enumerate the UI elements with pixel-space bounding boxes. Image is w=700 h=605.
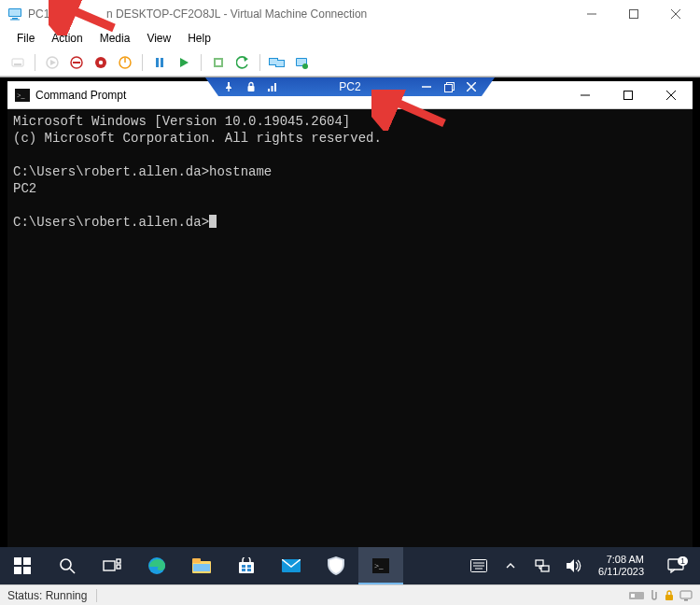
svg-rect-64 [247, 569, 251, 571]
nic-status-icon [629, 590, 644, 601]
clock-time: 7:08 AM [598, 554, 644, 566]
mail-icon[interactable] [269, 547, 314, 584]
svg-rect-47 [14, 557, 21, 565]
svg-line-52 [70, 569, 75, 573]
network-icon[interactable] [531, 547, 553, 584]
menu-media[interactable]: Media [92, 30, 138, 47]
signal-icon [267, 80, 280, 93]
shutdown-icon[interactable] [91, 52, 111, 73]
svg-rect-55 [117, 565, 120, 569]
svg-rect-80 [665, 595, 673, 600]
cmd-minimize-button[interactable] [564, 81, 607, 109]
minimize-button[interactable] [570, 0, 612, 28]
lock-status-icon [665, 590, 674, 601]
svg-rect-26 [270, 59, 277, 64]
vm-titlebar[interactable]: PC1 n DESKTOP-CF2O8JL - Virtual Machine … [0, 0, 700, 28]
svg-rect-2 [12, 18, 18, 20]
system-tray: 7:08 AM 6/11/2023 1 [468, 547, 700, 584]
vm-connection-window: PC1 n DESKTOP-CF2O8JL - Virtual Machine … [0, 0, 700, 605]
cmd-output[interactable]: Microsoft Windows [Version 10.0.19045.26… [7, 109, 693, 567]
hyperv-monitor-icon [7, 7, 22, 21]
explorer-icon[interactable] [179, 547, 224, 584]
cmd-close-button[interactable] [650, 81, 693, 109]
connection-label: PC2 [293, 80, 407, 93]
cursor [209, 215, 217, 228]
cmd-title-text: Command Prompt [35, 89, 126, 102]
svg-rect-50 [23, 567, 31, 574]
save-icon[interactable] [115, 52, 135, 73]
search-icon[interactable] [45, 547, 90, 584]
vm-toolbar [0, 49, 700, 77]
vm-menubar: File Action Media View Help [0, 28, 700, 49]
checkpoint-icon[interactable] [208, 52, 229, 73]
svg-rect-18 [156, 58, 159, 67]
cmd-line: PC2 [13, 181, 36, 196]
svg-rect-61 [242, 565, 245, 568]
volume-icon[interactable] [563, 547, 585, 584]
revert-icon[interactable] [232, 52, 253, 73]
status-text: Status: Running [7, 589, 97, 602]
svg-rect-22 [216, 60, 221, 65]
edge-icon[interactable] [134, 547, 179, 584]
enhanced-session-icon[interactable] [267, 52, 287, 73]
svg-rect-79 [631, 594, 635, 598]
tray-chevron-up-icon[interactable] [499, 547, 522, 584]
svg-rect-63 [242, 569, 245, 571]
svg-rect-38 [248, 86, 255, 91]
conn-close-icon[interactable] [465, 80, 478, 93]
svg-marker-76 [567, 559, 574, 572]
svg-rect-9 [14, 63, 21, 65]
keyboard-icon[interactable] [468, 547, 490, 584]
svg-rect-44 [444, 84, 452, 91]
store-icon[interactable] [224, 547, 269, 584]
start-disabled-icon[interactable] [42, 52, 63, 73]
svg-marker-20 [180, 58, 189, 67]
turnoff-icon[interactable] [66, 52, 87, 73]
svg-rect-19 [161, 58, 163, 67]
svg-rect-13 [73, 62, 80, 63]
reset-icon[interactable] [174, 52, 194, 73]
svg-rect-37 [228, 89, 229, 91]
taskview-icon[interactable] [90, 547, 134, 584]
pin-icon[interactable] [222, 80, 235, 93]
clock-date: 6/11/2023 [598, 566, 644, 578]
conn-restore-icon[interactable] [442, 80, 455, 93]
taskbar-clock[interactable]: 7:08 AM 6/11/2023 [595, 554, 648, 578]
menu-help[interactable]: Help [180, 30, 218, 47]
svg-rect-72 [536, 560, 543, 566]
cmd-line: C:\Users\robert.allen.da>hostname [13, 164, 272, 179]
ctrl-alt-del-icon[interactable] [7, 52, 28, 73]
maximize-button[interactable] [612, 0, 654, 28]
vm-title: PC1 n DESKTOP-CF2O8JL - Virtual Machine … [28, 7, 367, 21]
security-icon[interactable] [314, 547, 358, 584]
pause-icon[interactable] [149, 52, 170, 73]
svg-text:>_: >_ [374, 561, 384, 570]
svg-rect-59 [193, 564, 210, 571]
clip-status-icon [650, 589, 659, 602]
svg-marker-11 [50, 60, 56, 65]
guest-display[interactable]: >_ Command Prompt Microsoft Windows [Ver… [0, 77, 700, 584]
svg-rect-3 [10, 20, 20, 21]
svg-point-15 [99, 60, 103, 63]
action-center-icon[interactable]: 1 [657, 558, 694, 573]
status-bar: Status: Running [0, 584, 700, 605]
cmd-prompt: C:\Users\robert.allen.da> [13, 215, 209, 230]
menu-view[interactable]: View [139, 30, 178, 47]
svg-rect-40 [272, 86, 273, 91]
svg-rect-73 [541, 566, 549, 571]
cmd-line: Microsoft Windows [Version 10.0.19045.26… [13, 114, 350, 129]
conn-minimize-icon[interactable] [420, 80, 433, 93]
close-button[interactable] [654, 0, 696, 28]
menu-file[interactable]: File [9, 30, 42, 47]
svg-rect-5 [629, 10, 637, 19]
start-button[interactable] [0, 547, 45, 584]
svg-rect-60 [239, 562, 254, 573]
cmd-taskbar-icon[interactable]: >_ [358, 547, 403, 584]
cmd-maximize-button[interactable] [607, 81, 650, 109]
guest-taskbar: >_ 7:08 AM 6/11/2023 [0, 547, 700, 584]
lock-icon[interactable] [245, 80, 258, 93]
svg-rect-81 [680, 591, 692, 598]
menu-action[interactable]: Action [44, 30, 90, 47]
share-icon[interactable] [291, 52, 312, 73]
connection-bar[interactable]: PC2 [205, 77, 495, 96]
